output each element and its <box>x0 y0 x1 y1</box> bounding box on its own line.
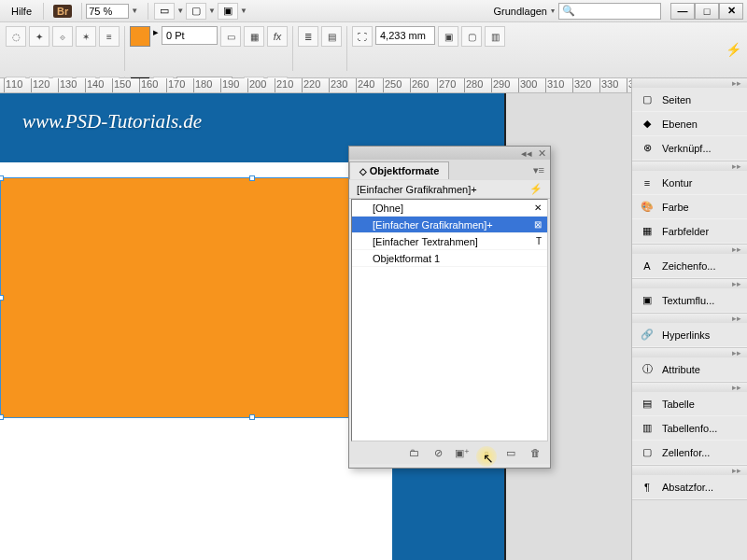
close-icon[interactable]: ✕ <box>538 147 546 160</box>
new-icon[interactable]: ▭ <box>503 446 518 459</box>
tab-objektformate[interactable]: ◇ Objektformate <box>349 161 449 179</box>
tool-icon[interactable]: ✶ <box>76 26 96 47</box>
fill-swatch[interactable] <box>130 26 150 47</box>
panel-item-absatzfor[interactable]: ¶Absatzfor... <box>632 475 747 499</box>
panel-item-farbe[interactable]: 🎨Farbe <box>632 195 747 219</box>
close-button[interactable]: ✕ <box>719 3 743 20</box>
resize-handle[interactable] <box>0 295 4 301</box>
view-mode-2[interactable]: ▢ <box>186 3 206 20</box>
bridge-button[interactable]: Br <box>53 5 72 18</box>
panel-item-verknpf[interactable]: ⊗Verknüpf... <box>632 136 747 161</box>
panel-icon: ⓘ <box>640 363 655 376</box>
panel-item-tabelle[interactable]: ▤Tabelle <box>632 392 747 416</box>
panel-icon: ▣ <box>640 294 655 307</box>
chevron-down-icon[interactable]: ▾ <box>551 7 555 15</box>
view-mode-3[interactable]: ▣ <box>218 3 238 20</box>
trash-icon[interactable]: 🗑 <box>528 446 543 459</box>
zoom-control[interactable]: ▼ <box>86 4 138 19</box>
tool-icon[interactable]: ≡ <box>99 26 120 47</box>
panel-item-ebenen[interactable]: ◆Ebenen <box>632 112 747 136</box>
panel-collapse[interactable]: ▸▸ <box>632 383 747 392</box>
panel-label: Seiten <box>662 94 691 105</box>
maximize-button[interactable]: □ <box>695 3 719 20</box>
new-text-style-icon[interactable]: ▣⁺ <box>455 446 470 459</box>
panel-label: Kontur <box>662 177 692 189</box>
chevron-down-icon[interactable]: ▼ <box>131 7 138 15</box>
style-row[interactable]: Objektformat 1 <box>352 250 547 267</box>
chevron-down-icon[interactable]: ▼ <box>240 7 247 15</box>
panel-icon: ◆ <box>640 118 655 131</box>
resize-handle[interactable] <box>0 175 4 181</box>
tool-icon[interactable]: ▭ <box>220 26 241 47</box>
ruler-tick: 230 <box>329 78 347 93</box>
size-field[interactable]: 4,233 mm <box>375 26 435 45</box>
object-styles-panel[interactable]: ◂◂✕ ◇ Objektformate ▾≡ [Einfacher Grafik… <box>348 146 551 469</box>
style-label: Objektformat 1 <box>373 253 440 264</box>
resize-handle[interactable] <box>0 414 4 420</box>
panel-subheader: [Einfacher Grafikrahmen]+ ⚡ <box>349 180 550 199</box>
panel-icon: A <box>640 259 655 273</box>
ruler-tick: 320 <box>572 78 591 93</box>
panel-item-tabellenfo[interactable]: ▥Tabellenfo... <box>632 416 747 441</box>
fx-button[interactable]: fx <box>267 26 288 47</box>
panel-item-attribute[interactable]: ⓘAttribute <box>632 357 747 382</box>
control-toolbar: ◌ ✦ ⟐ ✶ ≡ ▸ 0 Pt ▭ ▦ fx ≣ ▤ ⛶ 4,233 mm ▣… <box>0 22 747 78</box>
chevron-down-icon[interactable]: ▼ <box>176 7 184 15</box>
panel-item-zeichenfo[interactable]: AZeichenfo... <box>632 254 747 278</box>
ruler-tick: 190 <box>220 78 239 93</box>
tool-icon[interactable]: ⟐ <box>52 26 73 47</box>
panel-item-kontur[interactable]: ≡Kontur <box>632 171 747 195</box>
menu-help[interactable]: Hilfe <box>4 4 39 19</box>
panel-collapse[interactable]: ▸▸ <box>632 466 747 475</box>
style-list: [Ohne]✕[Einfacher Grafikrahmen]+⊠[Einfac… <box>351 199 548 441</box>
style-row[interactable]: [Einfacher Textrahmen]T <box>352 233 547 250</box>
chevron-down-icon[interactable]: ▸ <box>153 26 159 71</box>
zoom-input[interactable] <box>86 4 129 19</box>
workspace-label[interactable]: Grundlagen <box>494 6 548 17</box>
collapse-icon[interactable]: ◂◂ <box>521 147 532 160</box>
panel-collapse[interactable]: ▸▸ <box>632 348 747 357</box>
tool-icon[interactable]: ◌ <box>6 26 26 47</box>
panel-collapse[interactable]: ▸▸ <box>632 161 747 171</box>
panel-titlebar[interactable]: ◂◂✕ <box>349 147 550 160</box>
stroke-weight[interactable]: 0 Pt <box>162 26 218 45</box>
fit-icon[interactable]: ▥ <box>485 26 505 47</box>
fit-icon[interactable]: ▣ <box>438 26 458 47</box>
panel-collapse[interactable]: ▸▸ <box>632 78 747 88</box>
new-style-icon[interactable]: ▫ <box>479 446 494 459</box>
tool-icon[interactable]: ✦ <box>29 26 49 47</box>
panel-collapse[interactable]: ▸▸ <box>632 245 747 254</box>
clear-icon[interactable]: ⊘ <box>430 446 445 459</box>
style-row[interactable]: [Ohne]✕ <box>352 200 547 217</box>
chevron-down-icon[interactable]: ▼ <box>208 7 216 15</box>
panel-label: Zellenfor... <box>662 447 710 458</box>
align-icon[interactable]: ▤ <box>321 26 342 47</box>
search-input[interactable]: 🔍 <box>558 3 661 20</box>
lightning-icon[interactable]: ⚡ <box>726 42 741 57</box>
panel-item-hyperlinks[interactable]: 🔗Hyperlinks <box>632 323 747 347</box>
separator <box>292 26 293 71</box>
panel-label: Tabellenfo... <box>662 423 717 434</box>
fit-icon[interactable]: ▢ <box>461 26 482 47</box>
lightning-icon[interactable]: ⚡ <box>529 183 543 195</box>
panel-menu-icon[interactable]: ▾≡ <box>528 164 550 176</box>
ruler-tick: 210 <box>275 78 293 93</box>
resize-handle[interactable] <box>249 175 255 181</box>
panel-collapse[interactable]: ▸▸ <box>632 279 747 288</box>
ruler-tick: 200 <box>247 78 266 93</box>
panel-label: Tabelle <box>662 399 695 410</box>
panel-item-farbfelder[interactable]: ▦Farbfelder <box>632 219 747 244</box>
panel-icon: ⊗ <box>640 142 655 155</box>
panel-item-seiten[interactable]: ▢Seiten <box>632 88 747 112</box>
align-icon[interactable]: ≣ <box>298 26 318 47</box>
resize-handle[interactable] <box>249 414 255 420</box>
crop-icon[interactable]: ⛶ <box>352 26 373 47</box>
panel-item-zellenfor[interactable]: ▢Zellenfor... <box>632 441 747 465</box>
minimize-button[interactable]: — <box>670 3 695 20</box>
tool-icon[interactable]: ▦ <box>244 26 264 47</box>
panel-collapse[interactable]: ▸▸ <box>632 314 747 323</box>
panel-item-textumflu[interactable]: ▣Textumflu... <box>632 288 747 313</box>
view-mode-1[interactable]: ▭ <box>154 3 175 20</box>
style-row[interactable]: [Einfacher Grafikrahmen]+⊠ <box>352 217 547 233</box>
folder-icon[interactable]: 🗀 <box>406 446 421 459</box>
